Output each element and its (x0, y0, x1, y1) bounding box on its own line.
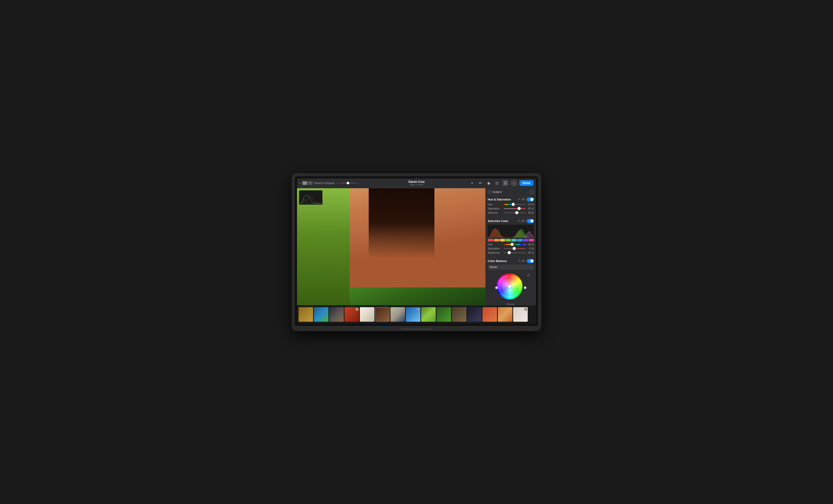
hue-value: -10 % (527, 203, 534, 206)
film-thumb-9[interactable] (421, 307, 436, 322)
sel-hue-track[interactable] (504, 244, 526, 245)
adjustments-icon[interactable]: ☰ (502, 180, 508, 186)
fabric-left (297, 188, 350, 305)
revert-button[interactable]: Revert to Original (314, 182, 334, 185)
swatch-red[interactable] (488, 239, 493, 242)
toolbar: ‹ Revert to Original — + Santa Cruz 3840… (297, 178, 536, 188)
vibrance-thumb[interactable] (515, 211, 518, 214)
single-view-btn[interactable] (303, 181, 307, 185)
svg-rect-0 (299, 190, 323, 205)
vibrance-value: 20 % (527, 211, 534, 214)
back-button[interactable]: ‹ (300, 181, 301, 185)
swatch-blue[interactable] (517, 239, 522, 242)
film-thumb-3[interactable] (329, 307, 344, 322)
master-dropdown[interactable]: Master ⌄ (488, 264, 534, 270)
film-thumb-11[interactable] (452, 307, 467, 322)
sel-saturation-thumb[interactable] (513, 247, 516, 250)
done-button[interactable]: Done (519, 180, 533, 186)
selective-color-title: Selective Color (488, 220, 517, 223)
sel-hue-thumb[interactable] (510, 243, 514, 246)
wheel-center-dot[interactable] (508, 285, 511, 288)
color-balance-reset[interactable]: ↺ (517, 259, 521, 263)
badge-R-8: R (417, 308, 420, 311)
color-balance-toggle[interactable] (527, 259, 534, 263)
selective-color-reset[interactable]: ↺ (517, 219, 521, 223)
sel-saturation-track[interactable] (504, 248, 526, 249)
sel-saturation-value: -3 % (527, 247, 534, 250)
saturation-slider-row: Saturation 42 % (488, 207, 534, 210)
saturation-thumb[interactable] (518, 207, 521, 210)
toolbar-right: ⌖ ✏ ◉ ⊡ ☰ ↑ Done (469, 180, 533, 186)
toolbar-left: ‹ Revert to Original — + (300, 181, 467, 185)
hue-saturation-section: Hue & Saturation ↺ ML Hue (485, 196, 536, 217)
swatch-magenta[interactable] (529, 239, 534, 242)
laptop-bottom (295, 326, 538, 331)
film-thumb-13[interactable] (482, 307, 497, 322)
swatch-yellow[interactable] (500, 239, 505, 242)
hue-saturation-reset[interactable]: ↺ (517, 198, 521, 201)
zoom-slider[interactable] (340, 183, 356, 183)
film-thumb-6-active[interactable] (375, 307, 390, 322)
swatch-cyan[interactable] (511, 239, 517, 242)
hue-label: Hue (488, 203, 503, 206)
sel-brightness-thumb[interactable] (508, 251, 511, 254)
sel-hue-value: -18 % (527, 243, 534, 246)
swatch-orange[interactable] (494, 239, 499, 242)
wheel-handle-left[interactable] (495, 286, 498, 289)
film-thumb-5[interactable] (360, 307, 374, 322)
color-wheel-icon[interactable]: ◉ (485, 180, 492, 186)
hue-thumb[interactable] (511, 203, 515, 206)
selective-color-toggle[interactable] (527, 219, 534, 223)
color-wheel-reset[interactable]: ↺ (527, 273, 530, 277)
film-thumb-10[interactable] (436, 307, 451, 322)
vibrance-track[interactable] (504, 212, 526, 213)
film-thumb-7[interactable] (390, 307, 405, 322)
film-thumb-2[interactable] (314, 307, 328, 322)
view-toggle (303, 181, 313, 185)
selective-color-section: Selective Color ↺ ML (485, 217, 536, 257)
saturation-track[interactable] (504, 208, 526, 209)
histogram-chart (299, 190, 323, 205)
info-icon[interactable]: i (530, 190, 534, 194)
vibrance-label: Vibrance (488, 211, 503, 214)
hue-track[interactable] (504, 204, 526, 205)
photo-dimensions: 3840 × 5760 (410, 183, 423, 186)
swatch-purple[interactable] (523, 239, 528, 242)
photo-background (297, 188, 485, 305)
share-icon[interactable]: ↑ (510, 180, 517, 186)
histogram-thumbnail (299, 190, 323, 205)
color-wheel[interactable] (497, 273, 523, 299)
film-thumb-1[interactable] (299, 307, 313, 322)
color-balance-ml-badge: ML (521, 259, 526, 262)
badge-edit-15: ✏ (524, 308, 527, 311)
sel-saturation-slider-row: Saturation -3 % (488, 247, 534, 250)
sel-brightness-label: Brightness (488, 251, 503, 254)
film-thumb-4[interactable]: R (344, 307, 359, 322)
photo-area (297, 188, 485, 305)
pencil-icon[interactable]: ✏ (477, 180, 483, 186)
color-wheel-container: ↺ Master (488, 271, 534, 305)
eyedropper-icon[interactable]: ⌖ (469, 180, 475, 186)
saturation-value: 42 % (527, 207, 534, 210)
swatch-green[interactable] (506, 239, 511, 242)
crop-icon[interactable]: ⊡ (494, 180, 500, 186)
sel-hue-slider-row: Hue -18 % (488, 243, 534, 246)
subject-dropdown[interactable]: ⊙ Subject ⌄ i (485, 188, 536, 196)
selective-color-histogram (488, 225, 534, 237)
hue-saturation-header: Hue & Saturation ↺ ML (488, 197, 534, 201)
hue-slider-row: Hue -10 % (488, 203, 534, 206)
screen-bezel: ‹ Revert to Original — + Santa Cruz 3840… (295, 176, 538, 326)
ml-badge: ML (521, 198, 526, 201)
laptop: ‹ Revert to Original — + Santa Cruz 3840… (292, 173, 541, 331)
split-view-btn[interactable] (308, 181, 313, 185)
hue-saturation-toggle[interactable] (527, 197, 534, 201)
film-thumb-12[interactable] (467, 307, 482, 322)
wheel-handle-right[interactable] (524, 286, 526, 289)
chevron-down-icon: ⌄ (527, 190, 529, 193)
film-thumb-8[interactable]: R (406, 307, 421, 322)
color-balance-section: Color Balance ↺ ML Master ⌄ (485, 257, 536, 305)
film-thumb-15[interactable]: ✏ (513, 307, 528, 322)
sel-brightness-track[interactable] (504, 252, 526, 253)
film-thumb-14[interactable] (498, 307, 513, 322)
filmstrip: R R ✏ (297, 305, 536, 324)
